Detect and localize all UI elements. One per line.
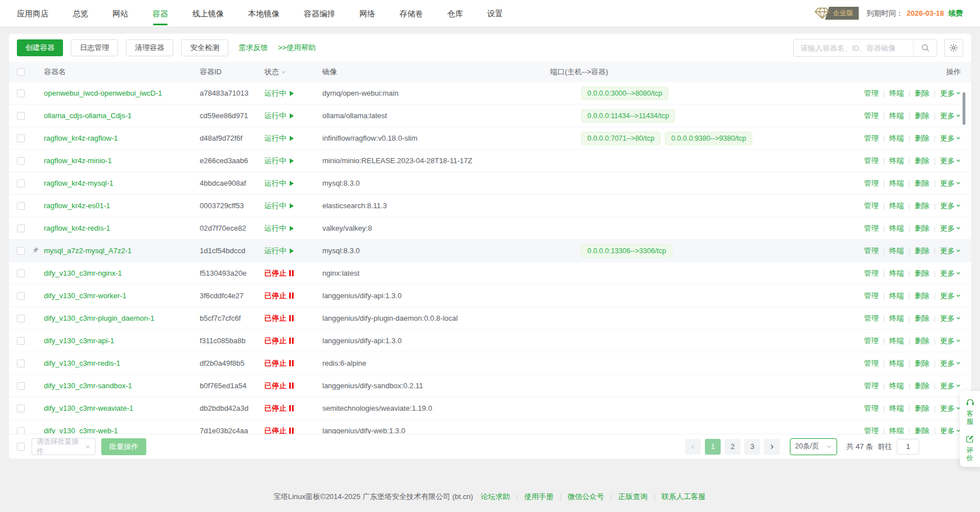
row-checkbox[interactable] (17, 224, 25, 232)
nav-item-4[interactable]: 容器 (152, 0, 168, 27)
batch-action-select[interactable]: 请选择批量操作 (32, 438, 96, 455)
action-manage-link[interactable]: 管理 (864, 268, 879, 279)
action-delete-link[interactable]: 删除 (915, 426, 929, 435)
row-checkbox[interactable] (17, 427, 25, 435)
action-more-link[interactable]: 更多 (940, 313, 961, 324)
nav-item-9[interactable]: 存储卷 (399, 0, 423, 27)
action-delete-link[interactable]: 删除 (915, 246, 929, 256)
row-checkbox[interactable] (17, 270, 25, 277)
search-input[interactable] (794, 44, 913, 52)
page-button-2[interactable]: 2 (725, 439, 740, 455)
action-terminal-link[interactable]: 终端 (889, 403, 904, 414)
nav-item-11[interactable]: 设置 (487, 0, 503, 27)
action-manage-link[interactable]: 管理 (864, 336, 879, 346)
action-more-link[interactable]: 更多 (940, 291, 961, 301)
search-icon[interactable] (913, 39, 937, 56)
row-checkbox[interactable] (17, 134, 25, 142)
feedback-link[interactable]: 需求反馈 (239, 43, 268, 53)
row-checkbox[interactable] (17, 292, 25, 300)
next-page-button[interactable] (764, 439, 780, 455)
action-manage-link[interactable]: 管理 (864, 246, 879, 256)
nav-item-7[interactable]: 容器编排 (304, 0, 335, 27)
row-checkbox[interactable] (17, 315, 25, 322)
action-delete-link[interactable]: 删除 (915, 291, 929, 301)
create-container-button[interactable]: 创建容器 (17, 39, 63, 56)
container-name-link[interactable]: ragflow_kr4z-es01-1 (44, 201, 110, 210)
scrollbar-thumb[interactable] (963, 92, 965, 125)
action-manage-link[interactable]: 管理 (864, 381, 879, 391)
nav-item-1[interactable]: 应用商店 (17, 0, 48, 27)
container-name-link[interactable]: ragflow_kr4z-minio-1 (44, 156, 112, 165)
row-checkbox[interactable] (17, 157, 25, 165)
nav-item-2[interactable]: 总览 (73, 0, 88, 27)
pin-icon[interactable] (32, 247, 39, 254)
clean-container-button[interactable]: 清理容器 (126, 39, 173, 56)
action-terminal-link[interactable]: 终端 (889, 133, 904, 143)
action-manage-link[interactable]: 管理 (864, 426, 879, 435)
action-delete-link[interactable]: 删除 (915, 178, 929, 188)
container-name-link[interactable]: mysql_a7z2-mysql_A7z2-1 (44, 246, 132, 255)
nav-item-6[interactable]: 本地镜像 (248, 0, 280, 27)
action-more-link[interactable]: 更多 (940, 223, 961, 233)
status-filter-chevron-down-icon[interactable] (281, 69, 286, 75)
batch-action-button[interactable]: 批量操作 (101, 438, 146, 455)
action-more-link[interactable]: 更多 (940, 156, 961, 166)
action-more-link[interactable]: 更多 (940, 133, 961, 143)
row-checkbox[interactable] (17, 405, 25, 412)
action-delete-link[interactable]: 删除 (915, 223, 929, 233)
renew-link[interactable]: 续费 (948, 8, 963, 19)
container-name-link[interactable]: dify_v130_c3mr-weaviate-1 (44, 404, 133, 412)
row-checkbox[interactable] (17, 337, 25, 345)
nav-item-8[interactable]: 网络 (359, 0, 375, 27)
action-delete-link[interactable]: 删除 (915, 381, 929, 391)
action-more-link[interactable]: 更多 (940, 381, 961, 391)
container-name-link[interactable]: dify_v130_c3mr-web-1 (44, 426, 118, 434)
action-manage-link[interactable]: 管理 (864, 88, 879, 98)
container-name-link[interactable]: dify_v130_c3mr-nginx-1 (44, 269, 122, 277)
action-more-link[interactable]: 更多 (940, 426, 961, 435)
log-manage-button[interactable]: 日志管理 (71, 39, 118, 56)
action-manage-link[interactable]: 管理 (864, 156, 879, 166)
action-terminal-link[interactable]: 终端 (889, 88, 904, 98)
container-name-link[interactable]: dify_v130_c3mr-plugin_daemon-1 (44, 314, 155, 322)
nav-item-3[interactable]: 网站 (113, 0, 128, 27)
action-delete-link[interactable]: 删除 (915, 336, 929, 346)
action-more-link[interactable]: 更多 (940, 201, 961, 211)
action-terminal-link[interactable]: 终端 (889, 156, 904, 166)
action-delete-link[interactable]: 删除 (915, 358, 929, 369)
footer-link-1[interactable]: 论坛求助 (481, 492, 510, 501)
prev-page-button[interactable] (685, 439, 701, 455)
action-terminal-link[interactable]: 终端 (889, 426, 904, 435)
action-terminal-link[interactable]: 终端 (889, 291, 904, 301)
page-button-1[interactable]: 1 (705, 439, 721, 455)
action-delete-link[interactable]: 删除 (915, 133, 929, 143)
row-checkbox[interactable] (17, 360, 25, 367)
action-manage-link[interactable]: 管理 (864, 111, 879, 121)
row-checkbox[interactable] (17, 179, 25, 187)
action-more-link[interactable]: 更多 (940, 403, 961, 414)
action-manage-link[interactable]: 管理 (864, 403, 879, 414)
action-terminal-link[interactable]: 终端 (889, 381, 904, 391)
action-terminal-link[interactable]: 终端 (889, 201, 904, 211)
select-all-checkbox[interactable] (17, 68, 25, 76)
action-terminal-link[interactable]: 终端 (889, 268, 904, 279)
action-more-link[interactable]: 更多 (940, 88, 961, 98)
action-delete-link[interactable]: 删除 (915, 88, 929, 98)
action-more-link[interactable]: 更多 (940, 268, 961, 279)
page-button-3[interactable]: 3 (744, 439, 760, 455)
action-manage-link[interactable]: 管理 (864, 313, 879, 324)
action-terminal-link[interactable]: 终端 (889, 358, 904, 369)
action-terminal-link[interactable]: 终端 (889, 223, 904, 233)
action-delete-link[interactable]: 删除 (915, 201, 929, 211)
row-checkbox[interactable] (17, 202, 25, 210)
container-name-link[interactable]: dify_v130_c3mr-redis-1 (44, 359, 120, 367)
container-name-link[interactable]: dify_v130_c3mr-worker-1 (44, 291, 127, 300)
footer-link-4[interactable]: 正版查询 (618, 492, 648, 501)
action-terminal-link[interactable]: 终端 (889, 336, 904, 346)
review-button[interactable]: 评价 (966, 435, 974, 462)
row-checkbox[interactable] (17, 89, 25, 97)
container-name-link[interactable]: dify_v130_c3mr-sandbox-1 (44, 381, 132, 390)
action-more-link[interactable]: 更多 (940, 336, 961, 346)
action-terminal-link[interactable]: 终端 (889, 313, 904, 324)
gear-icon[interactable] (944, 39, 963, 57)
